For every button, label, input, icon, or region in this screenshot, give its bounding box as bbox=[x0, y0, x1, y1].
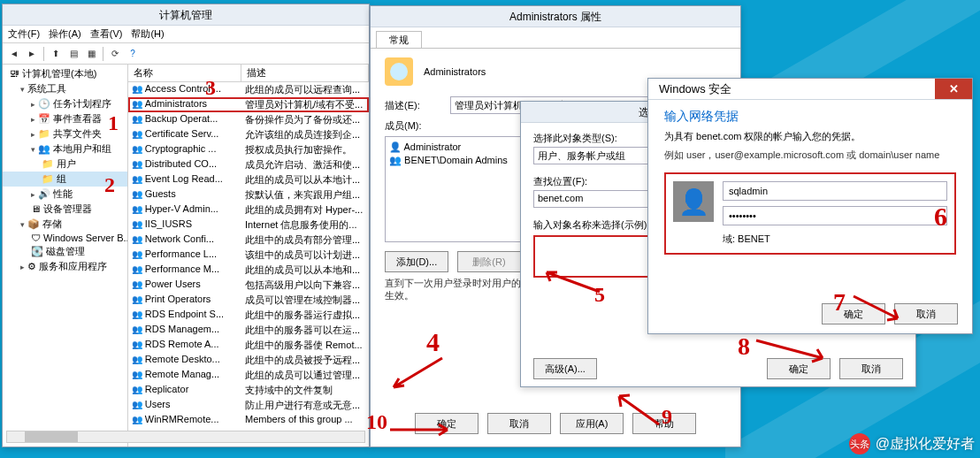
tree-event-viewer[interactable]: 📅 事件查看器 bbox=[3, 111, 127, 126]
menu-file[interactable]: 文件(F) bbox=[8, 27, 40, 41]
list-item[interactable]: Certificate Serv...允许该组的成员连接到企... bbox=[128, 127, 369, 142]
forward-icon[interactable]: ► bbox=[24, 46, 40, 62]
list-item[interactable]: Network Confi...此组中的成员有部分管理... bbox=[128, 233, 369, 248]
tree-groups[interactable]: 📁 组 bbox=[3, 172, 127, 187]
list-item[interactable]: WinRMRemote...Members of this group ... bbox=[128, 413, 369, 425]
sec-sub: 为具有 benet.com 权限的帐户输入您的凭据。 bbox=[664, 130, 956, 143]
list-item[interactable]: IIS_IUSRSInternet 信息服务使用的... bbox=[128, 218, 369, 233]
tab-general[interactable]: 常规 bbox=[376, 31, 422, 48]
list-item[interactable]: Remote Manag...此组的成员可以通过管理... bbox=[128, 368, 369, 383]
list-item[interactable]: Power Users包括高级用户以向下兼容... bbox=[128, 278, 369, 293]
list-item[interactable]: Access Control ...此组的成员可以远程查询... bbox=[128, 82, 369, 97]
show-hide-icon[interactable]: ▤ bbox=[65, 46, 81, 62]
h-scrollbar[interactable] bbox=[6, 431, 365, 443]
mmc-title: 计算机管理 bbox=[3, 4, 369, 26]
list-item[interactable]: Distributed CO...成员允许启动、激活和使... bbox=[128, 157, 369, 172]
tree-storage[interactable]: 📦 存储 bbox=[3, 217, 127, 232]
tree-performance[interactable]: 🔊 性能 bbox=[3, 187, 127, 202]
cancel-button[interactable]: 取消 bbox=[487, 413, 551, 434]
avatar-icon: 👤 bbox=[673, 181, 714, 222]
menu-help[interactable]: 帮助(H) bbox=[131, 27, 164, 41]
list-item[interactable]: Backup Operat...备份操作员为了备份或还... bbox=[128, 112, 369, 127]
ok-button[interactable]: 确定 bbox=[415, 413, 479, 434]
close-icon[interactable]: ✕ bbox=[935, 79, 972, 99]
refresh-icon[interactable]: ⟳ bbox=[107, 46, 123, 62]
list-item[interactable]: Performance L...该组中的成员可以计划进... bbox=[128, 248, 369, 263]
apply-button[interactable]: 应用(A) bbox=[560, 413, 624, 434]
list-item[interactable]: Performance M...此组的成员可以从本地和... bbox=[128, 263, 369, 278]
tree-task-scheduler[interactable]: 🕒 任务计划程序 bbox=[3, 96, 127, 111]
menu-action[interactable]: 操作(A) bbox=[49, 27, 81, 41]
windows-security-dialog: Windows 安全 ✕ 输入网络凭据 为具有 benet.com 权限的帐户输… bbox=[647, 78, 973, 334]
domain-label: 域: BENET bbox=[723, 233, 947, 246]
props-tabs: 常规 bbox=[371, 27, 740, 49]
list-item[interactable]: Print Operators成员可以管理在域控制器... bbox=[128, 293, 369, 308]
help-button[interactable]: 帮助 bbox=[632, 413, 696, 434]
tree-local-users[interactable]: 👥 本地用户和组 bbox=[3, 141, 127, 156]
add-button[interactable]: 添加(D)... bbox=[385, 251, 448, 272]
export-icon[interactable]: ▦ bbox=[83, 46, 99, 62]
tree-disk-mgmt[interactable]: 💽 磁盘管理 bbox=[3, 244, 127, 259]
tree-shared-folders[interactable]: 📁 共享文件夹 bbox=[3, 126, 127, 141]
mmc-menubar: 文件(F) 操作(A) 查看(V) 帮助(H) bbox=[3, 26, 369, 43]
list-item[interactable]: RDS Endpoint S...此组中的服务器运行虚拟... bbox=[128, 308, 369, 323]
list-item[interactable]: Guests按默认值，来宾跟用户组... bbox=[128, 187, 369, 202]
watermark-badge-icon: 头条 bbox=[849, 433, 870, 454]
list-item[interactable]: Event Log Read...此组的成员可以从本地计... bbox=[128, 172, 369, 187]
select-ok-button[interactable]: 确定 bbox=[767, 358, 831, 379]
props-title: Administrators 属性 bbox=[371, 6, 740, 27]
watermark: 头条 @虚拟化爱好者 bbox=[849, 433, 975, 454]
tree-wsb[interactable]: 🛡 Windows Server B... bbox=[3, 232, 127, 244]
group-name: Administrators bbox=[424, 66, 486, 77]
sec-cancel-button[interactable]: 取消 bbox=[894, 303, 958, 324]
tree-device-mgr[interactable]: 🖥 设备管理器 bbox=[3, 202, 127, 217]
tree-system-tools[interactable]: 系统工具 bbox=[3, 81, 127, 96]
username-field[interactable] bbox=[723, 181, 947, 201]
list-item[interactable]: Hyper-V Admin...此组的成员拥有对 Hyper-... bbox=[128, 202, 369, 218]
sec-title: Windows 安全 bbox=[659, 79, 731, 99]
desc-label: 描述(E): bbox=[385, 99, 441, 112]
list-item[interactable]: Administrators管理员对计算机/域有不受... bbox=[128, 97, 369, 112]
list-item[interactable]: Remote Deskto...此组中的成员被授予远程... bbox=[128, 353, 369, 368]
select-cancel-button[interactable]: 取消 bbox=[839, 358, 903, 379]
watermark-text: @虚拟化爱好者 bbox=[876, 435, 975, 454]
tree-services[interactable]: ⚙ 服务和应用程序 bbox=[3, 259, 127, 274]
remove-button[interactable]: 删除(R) bbox=[457, 251, 521, 272]
list-item[interactable]: RDS Managem...此组中的服务器可以在运... bbox=[128, 323, 369, 338]
mmc-tree[interactable]: 🖳 计算机管理(本地) 系统工具 🕒 任务计划程序 📅 事件查看器 📁 共享文件… bbox=[3, 65, 128, 447]
computer-management-window: 计算机管理 文件(F) 操作(A) 查看(V) 帮助(H) ◄ ► ⬆ ▤ ▦ … bbox=[2, 4, 370, 447]
list-item[interactable]: Cryptographic ...授权成员执行加密操作。 bbox=[128, 142, 369, 157]
menu-view[interactable]: 查看(V) bbox=[90, 27, 123, 41]
list-item[interactable]: Replicator支持域中的文件复制 bbox=[128, 383, 369, 398]
group-icon bbox=[385, 57, 413, 86]
back-icon[interactable]: ◄ bbox=[6, 46, 22, 62]
help-icon[interactable]: ? bbox=[125, 46, 141, 62]
tree-root[interactable]: 🖳 计算机管理(本地) bbox=[3, 66, 127, 81]
list-item[interactable]: RDS Remote A...此组中的服务器使 Remot... bbox=[128, 338, 369, 353]
groups-list: 名称 描述 Access Control ...此组的成员可以远程查询...Ad… bbox=[128, 65, 369, 447]
col-name[interactable]: 名称 bbox=[128, 65, 241, 81]
mmc-toolbar: ◄ ► ⬆ ▤ ▦ ⟳ ? bbox=[3, 43, 369, 65]
advanced-button[interactable]: 高级(A)... bbox=[533, 358, 597, 379]
tree-users[interactable]: 📁 用户 bbox=[3, 156, 127, 172]
password-field[interactable] bbox=[723, 206, 947, 225]
sec-ok-button[interactable]: 确定 bbox=[822, 303, 885, 324]
sec-hint: 例如 user，user@example.microsoft.com 或 dom… bbox=[664, 149, 956, 162]
sec-heading: 输入网络凭据 bbox=[664, 109, 956, 125]
col-desc[interactable]: 描述 bbox=[241, 65, 369, 81]
up-icon[interactable]: ⬆ bbox=[48, 46, 64, 62]
list-item[interactable]: Users防止用户进行有意或无意... bbox=[128, 398, 369, 413]
